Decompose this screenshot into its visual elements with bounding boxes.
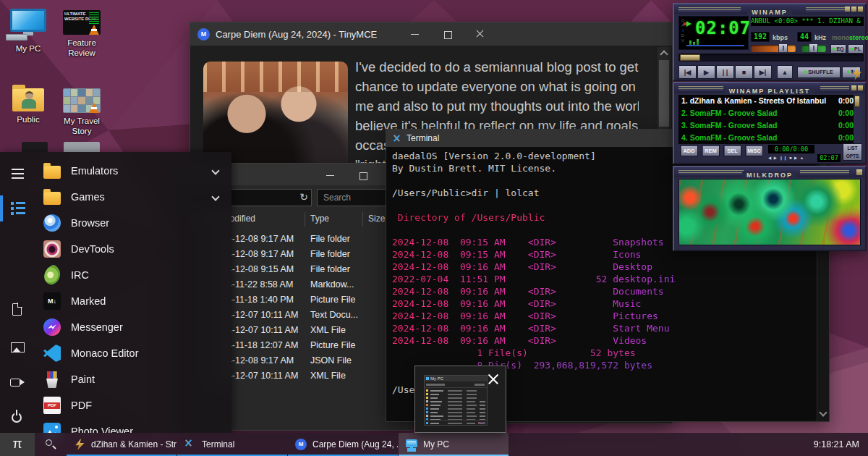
scrollbar-thumb[interactable]	[659, 60, 669, 127]
minimize-button[interactable]	[399, 22, 431, 46]
taskbar-clock[interactable]: 9:18:21 AM	[814, 439, 859, 449]
sidebar-item-devtools[interactable]: DevTools	[35, 236, 231, 262]
playlist-toggle-button[interactable]: PL	[848, 44, 864, 54]
desktop: { "desktop": { "icons": [ {"label": "My …	[0, 0, 868, 456]
close-button[interactable]	[464, 22, 496, 46]
eq-button[interactable]: EQ	[830, 44, 846, 54]
playlist-select-button[interactable]: SEL	[723, 145, 741, 156]
desktop-icon-my-travel-story[interactable]: My Travel Story	[55, 88, 109, 136]
maximize-button[interactable]	[431, 22, 464, 46]
desktop-icon-feature-review[interactable]: ULTIMATE WEBSITE DEMO Feature Review	[55, 10, 109, 58]
taskbar-task-my-pc[interactable]: My PC	[399, 433, 509, 456]
playlist-remove-button[interactable]: REM	[702, 145, 720, 156]
videos-button[interactable]	[0, 368, 35, 397]
milkdrop-titlebar[interactable]: MILKDROP	[674, 167, 865, 177]
shuffle-button[interactable]: SHUFFLE	[797, 67, 841, 78]
sidebar-item-paint[interactable]: Paint	[35, 366, 231, 392]
paragraph-line: chance to update everyone on what is goi…	[355, 77, 639, 96]
sidebar-item-monaco-editor[interactable]: Monaco Editor	[35, 340, 231, 366]
seek-bar[interactable]	[678, 54, 864, 62]
folder-icon	[12, 88, 44, 111]
next-button[interactable]: ▶|	[754, 65, 772, 79]
marked-icon: M↓	[43, 292, 61, 310]
scroll-down-icon[interactable]	[819, 408, 827, 416]
bitrate-value: 192	[751, 32, 770, 42]
desktop-icon-label: Public	[1, 114, 55, 124]
balance-slider[interactable]	[801, 45, 826, 52]
terminal-line: 1 File(s) 52 bytes	[392, 347, 814, 359]
playlist-track[interactable]: 3. SomaFM - Groove Salad0:00	[678, 119, 856, 132]
sidebar-item-irc[interactable]: IRC	[35, 262, 231, 288]
seek-thumb[interactable]	[680, 54, 700, 61]
stop-button[interactable]: ■	[735, 65, 753, 79]
track-marquee[interactable]: ANBUL <0:00> *** 1. DZIHAN &	[751, 17, 864, 26]
playlist-mini-transport[interactable]: ◀ ▶ ❙❙ ■ ▶ ▲	[768, 156, 804, 160]
playlist-misc-button[interactable]: MiSC	[745, 145, 763, 156]
terminal-line: 2024-12-08 09:16 AM <DIR> Music	[392, 297, 814, 310]
taskbar-peek-preview[interactable]: My PC	[414, 366, 506, 433]
power-button[interactable]	[0, 404, 35, 433]
minimize-button[interactable]	[314, 164, 346, 185]
terminal-line: 2024-12-08 09:16 AM <DIR> Desktop	[392, 261, 814, 273]
playlist-scrollbar[interactable]	[854, 95, 861, 144]
playlist-add-button[interactable]: ADD	[680, 145, 698, 156]
video-thumbnail-icon: ULTIMATE WEBSITE DEMO	[63, 10, 101, 35]
winamp-titlebar[interactable]: WINAMP	[674, 4, 865, 14]
playlist-close-button[interactable]	[858, 85, 863, 90]
preview-close-icon[interactable]	[486, 372, 501, 387]
sidebar-item-emulators[interactable]: Emulators	[35, 158, 231, 184]
desktop-icon-label: My PC	[1, 43, 55, 54]
sidebar-item-pdf[interactable]: PDF	[35, 392, 231, 418]
playlist-title: WINAMP PLAYLIST	[725, 88, 815, 95]
paragraph-line: I've decided to do a semiannual blog pos…	[355, 57, 639, 77]
pictures-button[interactable]	[0, 333, 35, 362]
desktop-icon-public[interactable]: Public	[1, 88, 55, 124]
play-indicator-icon	[686, 21, 692, 27]
taskbar-task-winamp[interactable]: dZihan & Kamien - Str...	[67, 433, 176, 456]
column-type[interactable]: Type	[310, 214, 329, 224]
column-size[interactable]: Size	[368, 214, 385, 224]
sidebar-item-games[interactable]: Games	[35, 184, 231, 210]
milkdrop-title: MILKDROP	[742, 172, 797, 179]
sidebar-item-browser[interactable]: Browser	[35, 210, 231, 236]
all-apps-button[interactable]	[0, 194, 35, 223]
scroll-up-icon[interactable]	[660, 50, 668, 58]
desktop-icon-my-pc[interactable]: My PC	[1, 9, 55, 54]
terminal-line: 2024-12-08 09:16 AM <DIR> Pictures	[392, 310, 814, 322]
playlist-clock: 02:07	[817, 154, 841, 162]
tinymce-titlebar[interactable]: M Carpe Diem (Aug 24, 2024) - TinyMCE	[190, 22, 672, 46]
volume-slider[interactable]	[751, 45, 796, 52]
milkdrop-visualization[interactable]	[678, 179, 861, 245]
previous-button[interactable]: |◀	[678, 65, 697, 79]
photo-collage-icon	[63, 88, 101, 113]
expand-menu-button[interactable]	[0, 159, 35, 188]
winamp-shade-button[interactable]	[851, 7, 856, 12]
maximize-button[interactable]	[346, 164, 379, 185]
playlist-shade-button[interactable]	[851, 85, 856, 90]
scrollbar-thumb[interactable]	[854, 96, 860, 107]
pause-button[interactable]: | |	[716, 65, 734, 79]
playlist-track[interactable]: 1. dZihan & Kamien - Streets Of Istanbul…	[678, 95, 856, 107]
eject-button[interactable]: ▲	[777, 65, 793, 79]
taskbar-search-button[interactable]	[35, 433, 67, 456]
start-button[interactable]: π	[0, 433, 35, 456]
refresh-icon[interactable]: ↻	[299, 191, 308, 203]
playlist-titlebar[interactable]: WINAMP PLAYLIST	[674, 83, 865, 93]
window-title: Carpe Diem (Aug 24, 2024) - TinyMCE	[216, 29, 377, 40]
taskbar-task-terminal[interactable]: Terminal	[177, 433, 287, 456]
winamp-close-button[interactable]	[858, 7, 863, 12]
milkdrop-close-button[interactable]	[856, 169, 862, 175]
documents-button[interactable]	[0, 295, 35, 324]
winamp-minimize-button[interactable]	[845, 7, 850, 12]
sidebar-item-marked[interactable]: M↓ Marked	[35, 288, 231, 314]
sidebar-item-messenger[interactable]: Messenger	[35, 314, 231, 340]
playlist-track[interactable]: 2. SomaFM - Groove Salad0:00	[678, 107, 856, 119]
vlc-cone-icon	[89, 103, 99, 113]
chevron-down-icon[interactable]	[211, 166, 219, 174]
playlist-list-options-button[interactable]: LISTOPTS	[843, 143, 862, 161]
terminal-line: 2024-12-08 09:16 AM <DIR> Start Menu	[392, 322, 814, 334]
play-button[interactable]: ▶	[697, 65, 715, 79]
taskbar-task-tinymce[interactable]: M Carpe Diem (Aug 24, ...	[288, 433, 398, 456]
chevron-down-icon[interactable]	[211, 193, 219, 200]
terminal-line: 2024-12-08 09:16 AM <DIR> Documents	[392, 285, 814, 297]
